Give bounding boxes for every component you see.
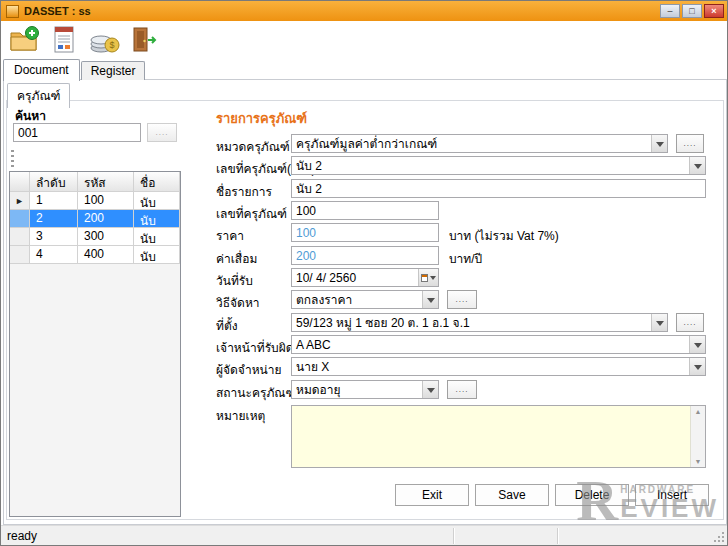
category-combo[interactable]: ครุภัณฑ์มูลค่าต่ำกว่าเกณฑ์ — [291, 134, 668, 153]
remark-scrollbar[interactable]: ▲ ▼ — [690, 406, 705, 467]
row-selector-cell[interactable]: ► — [10, 192, 30, 210]
location-combo[interactable]: 59/123 หมู่ 1 ซอย 20 ต. 1 อ.1 จ.1 — [291, 313, 668, 332]
remark-textarea[interactable] — [291, 405, 706, 468]
exit-app-button[interactable] — [125, 23, 162, 60]
category-value: ครุภัณฑ์มูลค่าต่ำกว่าเกณฑ์ — [292, 134, 651, 153]
receive-date-label: วันที่รับ — [216, 268, 292, 290]
responsible-combo[interactable]: A ABC — [291, 335, 706, 354]
asset-no-sub-label: เลขที่ครุภัณฑ์(พ่วง) — [216, 156, 292, 178]
grid-cell[interactable]: 1 — [30, 192, 78, 210]
receive-date-value: 10/ 4/ 2560 — [292, 271, 418, 285]
location-value: 59/123 หมู่ 1 ซอย 20 ต. 1 อ.1 จ.1 — [292, 313, 651, 332]
statusbar: ready — [1, 525, 727, 546]
tab-document[interactable]: Document — [3, 59, 80, 81]
statusbar-separator — [453, 528, 454, 544]
procurement-combo[interactable]: ตกลงราคา — [291, 290, 439, 309]
chevron-down-icon — [651, 314, 667, 331]
grid-row-3[interactable]: 3 300 นับ — [10, 228, 180, 246]
tab-asset[interactable]: ครุภัณฑ์ — [7, 83, 70, 108]
asset-no-sub-combo[interactable]: นับ 2 — [291, 156, 706, 175]
app-window: DASSET : ss – □ × — [0, 0, 728, 546]
vendor-combo[interactable]: นาย X — [291, 357, 706, 376]
asset-no-label: เลขที่ครุภัณฑ์ — [216, 201, 292, 223]
toolbar: $ — [1, 21, 727, 61]
svg-text:$: $ — [109, 40, 114, 50]
location-browse-button[interactable]: .... — [676, 313, 704, 332]
responsible-value: A ABC — [292, 338, 689, 352]
chevron-down-icon — [689, 336, 705, 353]
procurement-value: ตกลงราคา — [292, 290, 422, 309]
grid-header-code[interactable]: รหัส — [78, 172, 134, 192]
chevron-down-icon — [689, 157, 705, 174]
chevron-down-icon — [689, 358, 705, 375]
procurement-browse-button[interactable]: .... — [447, 290, 477, 309]
scroll-down-icon[interactable]: ▼ — [695, 458, 702, 465]
maximize-button[interactable]: □ — [682, 4, 702, 18]
grid-row-2-selected[interactable]: 2 200 นับ — [10, 210, 180, 228]
grid-header-order[interactable]: ลำดับ — [30, 172, 78, 192]
row-selector-cell[interactable] — [10, 210, 30, 228]
close-button[interactable]: × — [704, 4, 724, 18]
insert-button[interactable]: Insert — [635, 484, 709, 506]
grid-header-name[interactable]: ชื่อ — [134, 172, 180, 192]
chevron-down-icon — [422, 381, 438, 398]
money-button[interactable]: $ — [85, 23, 122, 60]
minimize-button[interactable]: – — [660, 4, 680, 18]
inner-tabstrip: ครุภัณฑ์ — [7, 83, 70, 108]
price-suffix: บาท (ไม่รวม Vat 7%) — [449, 223, 559, 245]
grid-cell[interactable]: 100 — [78, 192, 134, 210]
asset-grid: ลำดับ รหัส ชื่อ ► 1 100 นับ 2 200 นับ 3 … — [9, 171, 181, 517]
grid-cell[interactable]: 4 — [30, 246, 78, 264]
vendor-label: ผู้จัดจำหน่าย — [216, 357, 292, 379]
remark-label: หมายเหตุ — [216, 403, 292, 425]
row-selector-cell[interactable] — [10, 246, 30, 264]
grid-cell[interactable]: นับ — [134, 228, 180, 246]
depreciation-input[interactable] — [291, 246, 439, 265]
status-text: ready — [7, 529, 37, 543]
search-input[interactable] — [13, 123, 141, 142]
grid-cell[interactable]: 2 — [30, 210, 78, 228]
search-browse-button[interactable]: .... — [147, 123, 177, 142]
grid-row-4[interactable]: 4 400 นับ — [10, 246, 180, 264]
grid-cell[interactable]: นับ — [134, 246, 180, 264]
grid-row-1[interactable]: ► 1 100 นับ — [10, 192, 180, 210]
receive-date-picker[interactable]: 10/ 4/ 2560 — [291, 268, 439, 287]
form-title: รายการครุภัณฑ์ — [216, 108, 307, 129]
asset-status-browse-button[interactable]: .... — [447, 380, 477, 399]
grid-cell[interactable]: นับ — [134, 192, 180, 210]
asset-status-combo[interactable]: หมดอายุ — [291, 380, 439, 399]
grid-cell[interactable]: 200 — [78, 210, 134, 228]
grid-header-row: ลำดับ รหัส ชื่อ — [10, 172, 180, 192]
grid-cell[interactable]: 3 — [30, 228, 78, 246]
item-name-label: ชื่อรายการ — [216, 179, 292, 201]
item-name-input[interactable] — [291, 179, 706, 198]
price-label: ราคา — [216, 223, 292, 245]
statusbar-separator — [557, 528, 558, 544]
grid-cell[interactable]: 300 — [78, 228, 134, 246]
row-selector-cell[interactable] — [10, 228, 30, 246]
category-label: หมวดครุภัณฑ์ — [216, 134, 292, 156]
report-document-icon — [48, 24, 80, 59]
asset-no-input[interactable] — [291, 201, 439, 220]
grid-cell[interactable]: นับ — [134, 210, 180, 228]
exit-door-icon — [128, 24, 160, 59]
responsible-label: เจ้าหน้าที่รับผิดชอบ — [216, 335, 292, 357]
tab-register[interactable]: Register — [81, 61, 146, 80]
grid-corner-cell[interactable] — [10, 172, 30, 192]
delete-button[interactable]: Delete — [555, 484, 629, 506]
app-icon — [6, 5, 19, 18]
asset-status-label: สถานะครุภัณฑ์ — [216, 380, 292, 402]
exit-button[interactable]: Exit — [395, 484, 469, 506]
scroll-up-icon[interactable]: ▲ — [695, 408, 702, 415]
splitter-handle[interactable] — [11, 150, 14, 167]
window-title: DASSET : ss — [24, 5, 660, 17]
report-button[interactable] — [45, 23, 82, 60]
category-browse-button[interactable]: .... — [676, 134, 704, 153]
grid-cell[interactable]: 400 — [78, 246, 134, 264]
new-item-button[interactable] — [5, 23, 42, 60]
resize-grip[interactable] — [712, 530, 724, 542]
depreciation-suffix: บาท/ปี — [449, 246, 482, 268]
price-input[interactable] — [291, 223, 439, 242]
save-button[interactable]: Save — [475, 484, 549, 506]
procurement-label: วิธีจัดหา — [216, 290, 292, 312]
